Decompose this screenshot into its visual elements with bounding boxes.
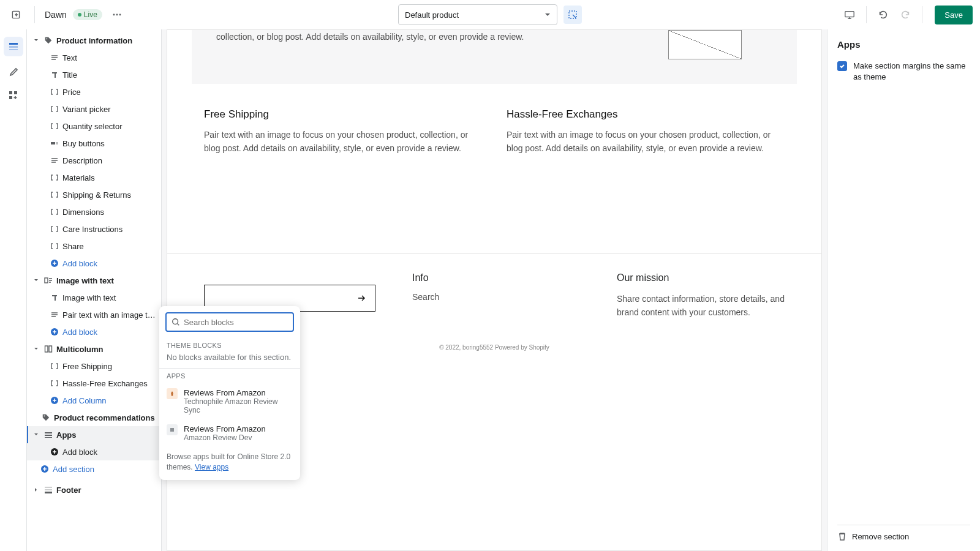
svg-rect-10 xyxy=(14,91,17,94)
tree-label: Add section xyxy=(53,465,157,474)
tree-item-shipping-returns[interactable]: Shipping & Returns xyxy=(27,186,161,203)
settings-panel: Apps Make section margins the same as th… xyxy=(827,29,980,551)
brackets-icon xyxy=(50,122,59,130)
svg-point-21 xyxy=(44,416,45,417)
tree-item-title[interactable]: Title xyxy=(27,66,161,83)
remove-section-button[interactable]: Remove section xyxy=(837,525,970,541)
exit-editor-button[interactable] xyxy=(7,6,24,23)
add-block-image-text[interactable]: Add block xyxy=(27,323,161,340)
tree-item-text[interactable]: Text xyxy=(27,49,161,66)
app-text: Reviews From Amazon Technophile Amazon R… xyxy=(184,388,293,414)
popover-app-1[interactable]: Reviews From Amazon Technophile Amazon R… xyxy=(159,383,300,419)
viewport-button[interactable] xyxy=(840,6,859,24)
checkbox-checked-icon[interactable] xyxy=(837,61,847,71)
footer-body: Share contact information, store details… xyxy=(617,292,785,320)
tree-item-price[interactable]: Price xyxy=(27,83,161,100)
inspector-toggle-button[interactable] xyxy=(564,6,582,24)
app-name: Reviews From Amazon xyxy=(184,388,293,397)
tree-item-share[interactable]: Share xyxy=(27,238,161,255)
tree-label: Shipping & Returns xyxy=(62,190,157,200)
topbar-right: Save xyxy=(840,6,973,24)
rail-theme-settings-button[interactable] xyxy=(4,61,23,81)
popover-search-field[interactable] xyxy=(165,312,294,332)
tree-item-pair-text[interactable]: Pair text with an image to f... xyxy=(27,306,161,323)
app-text: Reviews From Amazon Amazon Review Dev xyxy=(184,424,266,442)
topbar: Dawn Live Default product Save xyxy=(0,0,980,29)
svg-rect-19 xyxy=(49,346,52,352)
tree-product-information[interactable]: Product information xyxy=(27,32,161,49)
tree-item-img-text[interactable]: Image with text xyxy=(27,289,161,306)
tree-label: Dimensions xyxy=(62,208,157,217)
tree-item-description[interactable]: Description xyxy=(27,152,161,169)
tree-label: Title xyxy=(62,70,157,80)
rail-apps-button[interactable] xyxy=(4,86,23,105)
brackets-icon xyxy=(50,242,59,250)
svg-rect-7 xyxy=(9,46,18,48)
popover-app-2[interactable]: Reviews From Amazon Amazon Review Dev xyxy=(159,419,300,447)
desktop-icon xyxy=(844,9,855,20)
brackets-icon xyxy=(50,362,59,370)
add-column[interactable]: Add Column xyxy=(27,392,161,409)
tree-item-quantity[interactable]: Quantity selector xyxy=(27,118,161,135)
svg-point-12 xyxy=(47,39,48,40)
add-block-apps[interactable]: Add block xyxy=(27,443,161,460)
tree-item-materials[interactable]: Materials xyxy=(27,169,161,186)
caret-down-icon xyxy=(34,432,39,437)
popover-theme-empty: No blocks available for this section. xyxy=(159,353,300,368)
svg-rect-11 xyxy=(9,96,12,99)
tree-label: Image with text xyxy=(56,276,157,285)
view-apps-link[interactable]: View apps xyxy=(195,463,228,471)
tree-footer[interactable]: Footer xyxy=(27,481,161,498)
tree-multicolumn[interactable]: Multicolumn xyxy=(27,340,161,358)
tree-label: Share xyxy=(62,242,157,251)
margins-checkbox-row[interactable]: Make section margins the same as theme xyxy=(837,61,970,83)
main-area: Product information Text Title Price Var… xyxy=(0,29,980,551)
columns-icon xyxy=(44,345,53,353)
tree-apps[interactable]: Apps xyxy=(27,426,161,443)
app-name: Reviews From Amazon xyxy=(184,424,266,433)
tree-item-hassle-free[interactable]: Hassle-Free Exchanges xyxy=(27,375,161,392)
tree-item-variant-picker[interactable]: Variant picker xyxy=(27,100,161,118)
tree-item-buy-buttons[interactable]: Buy buttons xyxy=(27,135,161,152)
paint-icon xyxy=(8,66,19,77)
brackets-icon xyxy=(50,225,59,233)
app-icon xyxy=(167,424,178,435)
theme-name: Dawn xyxy=(45,10,67,20)
tree-item-dimensions[interactable]: Dimensions xyxy=(27,203,161,220)
undo-button[interactable] xyxy=(874,6,892,24)
tree-item-care[interactable]: Care Instructions xyxy=(27,220,161,238)
footer-icon xyxy=(44,485,53,494)
rail-sections-button[interactable] xyxy=(4,37,23,56)
svg-rect-23 xyxy=(45,435,52,436)
redo-button[interactable] xyxy=(896,6,914,24)
template-select[interactable]: Default product xyxy=(398,4,557,25)
topbar-center: Default product xyxy=(398,4,582,25)
tree-label: Product recommendations xyxy=(54,413,157,422)
save-button[interactable]: Save xyxy=(935,6,973,24)
svg-rect-28 xyxy=(45,489,52,490)
plus-circle-icon xyxy=(50,328,59,336)
brackets-icon xyxy=(50,105,59,113)
add-block-product-info[interactable]: Add block xyxy=(27,255,161,272)
popover-apps-heading: APPS xyxy=(159,369,300,383)
tree-product-recommendations[interactable]: Product recommendations xyxy=(27,409,161,426)
tree-label: Variant picker xyxy=(62,105,157,114)
live-dot-icon xyxy=(78,13,81,17)
search-input[interactable] xyxy=(184,318,288,327)
layers-panel[interactable]: Product information Text Title Price Var… xyxy=(27,29,162,551)
more-actions-button[interactable] xyxy=(108,6,126,23)
tree-item-free-shipping[interactable]: Free Shipping xyxy=(27,358,161,375)
app-blocks-icon xyxy=(8,90,19,101)
tree-label: Add block xyxy=(62,328,157,337)
svg-rect-5 xyxy=(845,12,854,17)
footer-mission: Our mission Share contact information, s… xyxy=(617,272,785,320)
type-icon xyxy=(50,70,59,79)
svg-rect-18 xyxy=(45,346,48,352)
left-rail xyxy=(0,29,27,551)
footer-link-search[interactable]: Search xyxy=(412,292,580,302)
remove-label: Remove section xyxy=(852,532,909,541)
add-section[interactable]: Add section xyxy=(27,460,161,478)
svg-point-1 xyxy=(113,14,115,16)
divider xyxy=(866,6,867,23)
tree-image-with-text[interactable]: Image with text xyxy=(27,272,161,289)
